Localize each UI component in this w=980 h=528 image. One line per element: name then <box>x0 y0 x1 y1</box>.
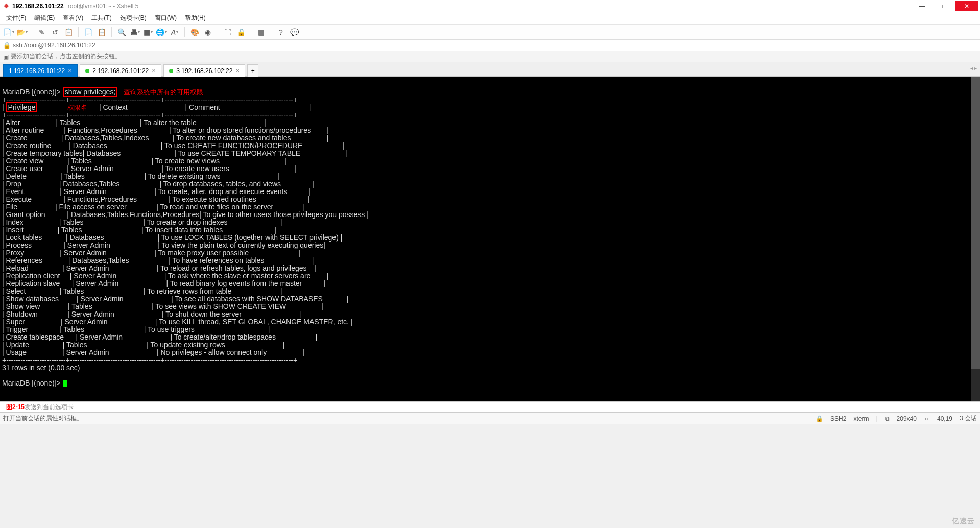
hint-bar: ▣ 要添加当前会话，点击左侧的箭头按钮。 <box>0 51 980 62</box>
fullscreen-icon[interactable]: ⛶ <box>222 27 233 38</box>
close-button[interactable]: ✕ <box>955 1 978 11</box>
session-tab[interactable]: 3 192.168.26.102:22✕ <box>163 64 245 77</box>
color-scheme-icon[interactable]: 🎨 <box>189 27 200 38</box>
scrollbar-thumb[interactable] <box>971 77 980 369</box>
reconnect-icon[interactable]: ✎ <box>36 27 47 38</box>
status-sessions: 3 会话 <box>960 414 977 423</box>
menu-view[interactable]: 查看(V) <box>60 13 86 23</box>
menu-tools[interactable]: 工具(T) <box>88 13 114 23</box>
hint-text: 要添加当前会话，点击左侧的箭头按钮。 <box>11 52 121 61</box>
window-title-active: 192.168.26.101:22 <box>12 3 64 10</box>
address-text: ssh://root@192.168.26.101:22 <box>13 42 95 49</box>
separator <box>32 27 32 37</box>
status-dot-icon <box>169 69 173 73</box>
layout-icon[interactable]: ▦ <box>142 27 154 38</box>
scrollbar[interactable] <box>971 77 980 401</box>
compose-bar[interactable]: 图2-15 发送到当前选项卡 <box>0 401 980 413</box>
session-tab[interactable]: 1 192.168.26.101:22✕ <box>3 64 78 77</box>
separator <box>251 27 251 37</box>
menu-bar: 文件(F) 编辑(E) 查看(V) 工具(T) 选项卡(B) 窗口(W) 帮助(… <box>0 12 980 25</box>
figure-label: 图2-15 <box>6 403 25 412</box>
open-session-icon[interactable]: 📂 <box>16 27 28 38</box>
status-cursor-pos: 40,19 <box>937 415 952 422</box>
menu-help[interactable]: 帮助(H) <box>182 13 209 23</box>
highlight-icon[interactable]: ◉ <box>202 27 213 38</box>
lock-icon[interactable]: 🔒 <box>235 27 247 38</box>
tab-label: 3 192.168.26.102:22 <box>176 67 232 75</box>
watermark: 亿速云 <box>952 517 975 526</box>
menu-file[interactable]: 文件(F) <box>3 13 29 23</box>
status-dot-icon <box>85 69 89 73</box>
title-bar: ❖ 192.168.26.101:22 root@vms001:~ - Xshe… <box>0 0 980 12</box>
address-bar[interactable]: 🔒 ssh://root@192.168.26.101:22 <box>0 40 980 51</box>
status-lock-icon: 🔒 <box>816 415 823 422</box>
add-tab-button[interactable]: + <box>247 64 258 77</box>
app-icon: ❖ <box>2 2 10 10</box>
separator <box>78 27 79 37</box>
session-tab[interactable]: 2 192.168.26.101:22✕ <box>80 64 161 77</box>
separator <box>271 27 271 37</box>
lock-icon: 🔒 <box>3 42 11 49</box>
tab-label: 1 192.168.26.101:22 <box>9 67 65 75</box>
search-icon[interactable]: 🔍 <box>116 27 127 38</box>
window-title-sub: root@vms001:~ - Xshell 5 <box>68 3 139 10</box>
properties-icon[interactable]: 📋 <box>63 27 74 38</box>
status-size-icon: ⧉ <box>885 415 890 422</box>
status-size: 209x40 <box>897 415 917 422</box>
menu-tabs[interactable]: 选项卡(B) <box>117 13 150 23</box>
tab-close-icon[interactable]: ✕ <box>152 68 156 74</box>
tab-nav-arrows[interactable]: ◂ ▸ <box>970 65 977 71</box>
separator <box>218 27 218 37</box>
help-icon[interactable]: ? <box>275 27 286 38</box>
hint-icon: ▣ <box>3 53 9 60</box>
encoding-icon[interactable]: 🌐 <box>156 27 167 38</box>
new-session-icon[interactable]: 📄 <box>3 27 14 38</box>
window-controls: — □ ✕ <box>911 1 978 11</box>
status-bar: 打开当前会话的属性对话框。 🔒 SSH2 xterm | ⧉ 209x40 ↔ … <box>0 413 980 424</box>
toolbar: 📄 📂 ✎ ↺ 📋 📄 📋 🔍 🖶 ▦ 🌐 A 🎨 ◉ ⛶ 🔒 ▤ ? 💬 <box>0 25 980 40</box>
compose-placeholder: 发送到当前选项卡 <box>25 403 74 412</box>
minimize-button[interactable]: — <box>911 1 933 11</box>
tab-label: 2 192.168.26.101:22 <box>92 67 149 75</box>
menu-edit[interactable]: 编辑(E) <box>31 13 58 23</box>
status-pos-icon: ↔ <box>924 415 930 422</box>
terminal-output[interactable]: MariaDB [(none)]> show privileges; 查询系统中… <box>0 77 980 401</box>
sessions-icon[interactable]: ▤ <box>255 27 267 38</box>
tab-close-icon[interactable]: ✕ <box>235 68 240 74</box>
font-icon[interactable]: A <box>169 27 180 38</box>
disconnect-icon[interactable]: ↺ <box>50 27 61 38</box>
print-icon[interactable]: 🖶 <box>129 27 140 38</box>
forum-icon[interactable]: 💬 <box>289 27 300 38</box>
status-term: xterm <box>853 415 869 422</box>
copy-icon[interactable]: 📄 <box>83 27 94 38</box>
separator <box>184 27 185 37</box>
status-protocol: SSH2 <box>830 415 846 422</box>
separator <box>111 27 112 37</box>
paste-icon[interactable]: 📋 <box>96 27 107 38</box>
status-message: 打开当前会话的属性对话框。 <box>3 414 83 423</box>
tab-close-icon[interactable]: ✕ <box>68 68 72 74</box>
session-tab-bar: 1 192.168.26.101:22✕2 192.168.26.101:22✕… <box>0 62 980 77</box>
menu-window[interactable]: 窗口(W) <box>152 13 180 23</box>
maximize-button[interactable]: □ <box>933 1 955 11</box>
